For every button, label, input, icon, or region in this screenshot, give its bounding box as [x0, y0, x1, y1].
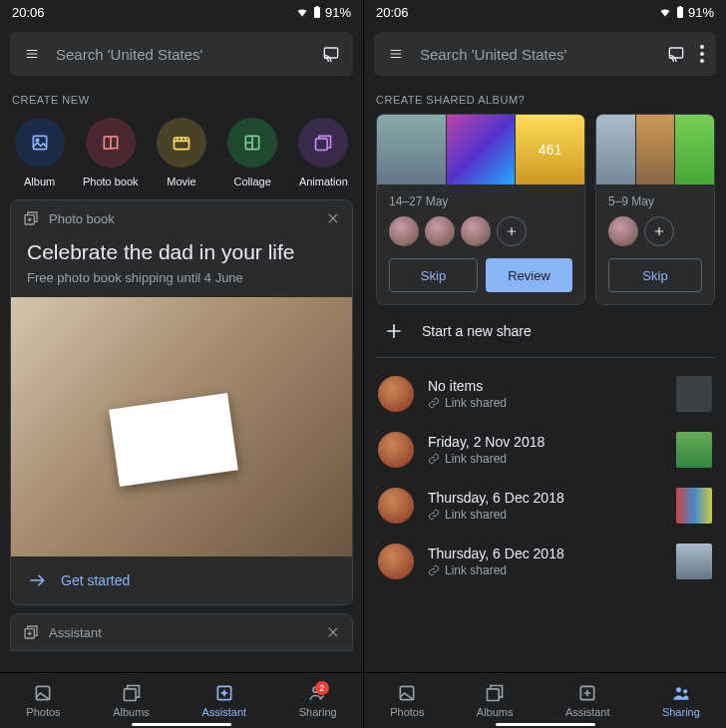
svg-rect-11 [124, 689, 136, 701]
share-title: No items [428, 378, 662, 394]
create-animation-label: Animation [299, 176, 348, 187]
create-animation[interactable]: Animation [288, 118, 358, 187]
album-icon [30, 133, 50, 153]
svg-rect-2 [324, 48, 337, 58]
close-icon[interactable] [326, 211, 340, 225]
nav-badge: 2 [315, 681, 329, 695]
create-collage[interactable]: Collage [217, 118, 287, 187]
share-list: No items Link shared Friday, 2 Nov 2018 … [364, 358, 726, 597]
search-placeholder: Search 'United States' [56, 46, 307, 63]
nav-sharing[interactable]: Sharing [662, 683, 700, 718]
face-avatar [425, 216, 455, 246]
create-movie-label: Movie [167, 176, 195, 187]
status-time: 20:06 [376, 5, 409, 20]
svg-point-19 [700, 52, 704, 56]
nav-assistant[interactable]: Assistant [202, 683, 247, 718]
review-button[interactable]: Review [486, 258, 572, 292]
status-battery: 91% [688, 5, 714, 20]
home-indicator[interactable] [496, 723, 595, 726]
create-album[interactable]: Album [5, 118, 75, 187]
add-person-button[interactable] [497, 216, 527, 246]
nav-photos[interactable]: Photos [390, 683, 424, 718]
svg-point-4 [36, 139, 39, 142]
add-person-button[interactable] [644, 216, 674, 246]
svg-point-20 [700, 59, 704, 63]
create-movie[interactable]: Movie [147, 118, 216, 187]
create-new-label: CREATE NEW [0, 84, 363, 114]
album-suggestion[interactable]: 5–9 May Skip [595, 114, 715, 305]
share-item[interactable]: Thursday, 6 Dec 2018 Link shared [364, 478, 726, 534]
cast-icon[interactable] [321, 46, 341, 62]
peek-title: Assistant [49, 625, 316, 640]
home-indicator[interactable] [132, 723, 231, 726]
nav-assistant[interactable]: Assistant [565, 683, 610, 718]
create-photobook[interactable]: Photo book [76, 118, 146, 187]
search-bar[interactable]: Search 'United States' [374, 32, 716, 76]
search-bar[interactable]: Search 'United States' [10, 32, 353, 76]
hamburger-icon[interactable] [386, 47, 406, 61]
album-suggestion[interactable]: 461 14–27 May Skip Review [376, 114, 585, 305]
create-collage-label: Collage [234, 176, 271, 187]
skip-button[interactable]: Skip [608, 258, 702, 292]
svg-rect-17 [669, 48, 682, 58]
face-avatar [389, 216, 419, 246]
album-thumb [635, 115, 675, 184]
status-right: 91% [658, 5, 714, 20]
share-sub: Link shared [445, 452, 507, 466]
phone-assistant: 20:06 91% Search 'United States' CREATE … [0, 0, 363, 728]
album-thumb [377, 115, 446, 184]
link-icon [428, 564, 440, 576]
card-title: Celebrate the dad in your life [27, 240, 336, 264]
svg-rect-16 [679, 6, 681, 7]
create-row: Album Photo book Movie Collage Animation [0, 114, 363, 199]
plus-icon [505, 224, 519, 238]
share-thumb [676, 544, 712, 579]
animation-icon [313, 133, 333, 153]
get-started-link: Get started [61, 572, 130, 588]
albums-icon [122, 683, 142, 703]
album-thumb [446, 115, 516, 184]
link-icon [428, 397, 440, 409]
album-thumb [674, 115, 714, 184]
nav-albums[interactable]: Albums [477, 683, 514, 718]
start-share-label: Start a new share [422, 323, 532, 339]
status-bar: 20:06 91% [0, 0, 363, 24]
share-item[interactable]: No items Link shared [364, 366, 726, 422]
nav-sharing[interactable]: 2 Sharing [299, 683, 337, 718]
cast-icon[interactable] [666, 46, 686, 62]
card-footer[interactable]: Get started [11, 556, 352, 604]
nav-photos[interactable]: Photos [26, 683, 60, 718]
create-shared-label: CREATE SHARED ALBUM? [364, 84, 726, 114]
hamburger-icon[interactable] [22, 47, 42, 61]
share-thumb [676, 432, 712, 468]
create-photobook-label: Photo book [83, 176, 139, 187]
svg-rect-1 [316, 6, 318, 7]
more-icon[interactable] [700, 45, 704, 63]
create-album-label: Album [24, 176, 55, 187]
start-new-share[interactable]: Start a new share [364, 305, 726, 357]
avatar [378, 376, 414, 412]
close-icon[interactable] [326, 625, 340, 639]
status-right: 91% [295, 5, 351, 20]
album-thumb [596, 115, 635, 184]
share-item[interactable]: Thursday, 6 Dec 2018 Link shared [364, 534, 726, 589]
album-date: 5–9 May [596, 184, 714, 216]
nav-albums[interactable]: Albums [113, 683, 150, 718]
share-item[interactable]: Friday, 2 Nov 2018 Link shared [364, 422, 726, 478]
share-thumb [676, 376, 712, 412]
assistant-icon [577, 683, 597, 703]
bottom-nav: Photos Albums Assistant Sharing [364, 672, 726, 728]
share-title: Thursday, 6 Dec 2018 [428, 490, 662, 506]
link-icon [428, 453, 440, 465]
avatar [378, 432, 414, 468]
wifi-icon [658, 6, 672, 18]
link-icon [428, 509, 440, 521]
add-to-library-icon [23, 210, 39, 226]
add-to-library-icon [23, 624, 39, 640]
wifi-icon [295, 6, 309, 18]
avatar [378, 488, 414, 524]
face-avatar [608, 216, 638, 246]
album-cards: 461 14–27 May Skip Review [364, 114, 726, 305]
skip-button[interactable]: Skip [389, 258, 478, 292]
card-subtitle: Free photo book shipping until 4 June [27, 270, 336, 285]
